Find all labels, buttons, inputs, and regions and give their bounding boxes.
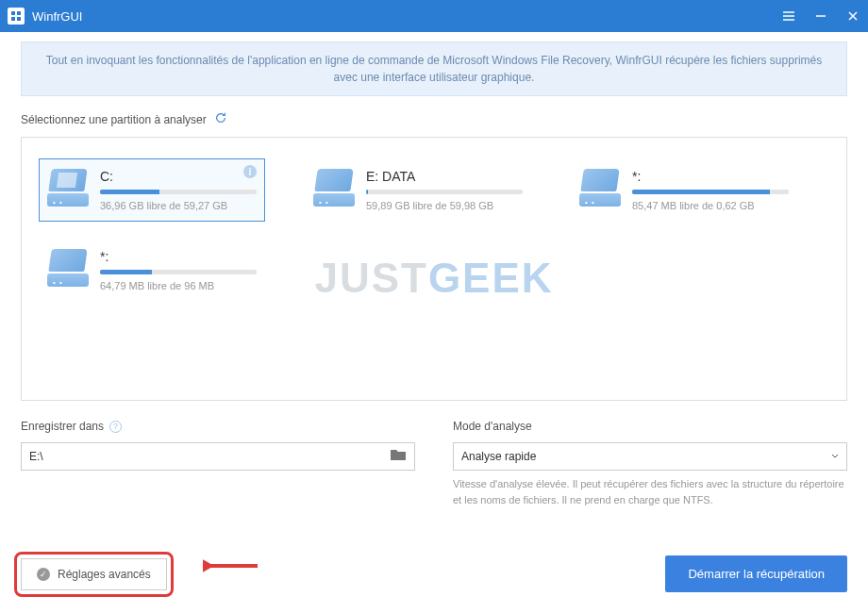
usage-bar xyxy=(366,190,523,194)
svg-rect-3 xyxy=(17,17,21,21)
save-path-input[interactable]: E:\ xyxy=(21,442,415,471)
menu-icon[interactable] xyxy=(781,8,796,24)
titlebar: WinfrGUI xyxy=(0,0,868,32)
partition-name: E: DATA xyxy=(366,169,523,184)
partition-name: *: xyxy=(632,169,789,184)
partition-item[interactable]: *:85,47 MB libre de 0,62 GB xyxy=(571,158,797,222)
advanced-settings-label: Réglages avancés xyxy=(58,568,151,581)
partition-size: 85,47 MB libre de 0,62 GB xyxy=(632,200,789,211)
partition-size: 36,96 GB libre de 59,27 GB xyxy=(100,200,257,211)
start-recovery-button[interactable]: Démarrer la récupération xyxy=(665,555,847,592)
app-icon xyxy=(8,8,25,25)
partition-list: JUSTGEEK iC:36,96 GB libre de 59,27 GBE:… xyxy=(21,137,847,401)
refresh-icon[interactable] xyxy=(214,111,227,127)
drive-icon xyxy=(313,169,355,207)
usage-bar xyxy=(100,270,257,274)
partition-name: *: xyxy=(100,249,257,264)
partition-size: 64,79 MB libre de 96 MB xyxy=(100,280,257,291)
close-icon[interactable] xyxy=(845,8,860,24)
partition-item[interactable]: *:64,79 MB libre de 96 MB xyxy=(39,239,265,302)
drive-icon xyxy=(47,249,89,287)
info-banner: Tout en invoquant les fonctionnalités de… xyxy=(21,41,847,96)
folder-icon[interactable] xyxy=(390,448,407,465)
drive-icon xyxy=(47,169,89,207)
select-partition-label: Sélectionnez une partition à analyser xyxy=(21,111,847,127)
advanced-settings-button[interactable]: ✓ Réglages avancés xyxy=(21,558,167,590)
mode-label: Mode d'analyse xyxy=(453,420,847,433)
chevron-down-icon xyxy=(831,450,839,463)
save-path-value: E:\ xyxy=(29,450,390,463)
usage-bar xyxy=(632,190,789,194)
mode-selected: Analyse rapide xyxy=(461,450,536,463)
help-icon[interactable]: ? xyxy=(109,421,122,433)
info-icon[interactable]: i xyxy=(243,165,257,178)
svg-rect-1 xyxy=(17,11,21,15)
partition-item[interactable]: E: DATA59,89 GB libre de 59,98 GB xyxy=(305,158,531,222)
app-title: WinfrGUI xyxy=(32,9,781,24)
usage-bar xyxy=(100,190,257,194)
minimize-icon[interactable] xyxy=(813,8,828,24)
select-partition-text: Sélectionnez une partition à analyser xyxy=(21,113,207,126)
svg-rect-2 xyxy=(11,17,15,21)
save-label: Enregistrer dans ? xyxy=(21,420,415,433)
partition-name: C: xyxy=(100,169,257,184)
mode-select[interactable]: Analyse rapide xyxy=(453,442,847,471)
svg-rect-0 xyxy=(11,11,15,15)
partition-item[interactable]: iC:36,96 GB libre de 59,27 GB xyxy=(39,158,265,222)
check-icon: ✓ xyxy=(37,568,50,581)
mode-description: Vitesse d'analyse élevée. Il peut récupé… xyxy=(453,476,847,507)
drive-icon xyxy=(579,169,621,207)
partition-size: 59,89 GB libre de 59,98 GB xyxy=(366,200,523,211)
